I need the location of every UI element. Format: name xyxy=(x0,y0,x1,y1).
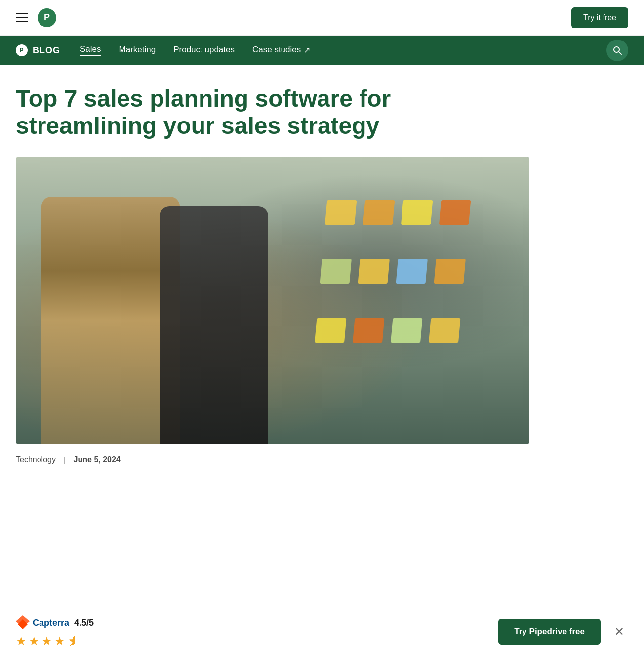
blog-logo-letter: P xyxy=(19,47,24,54)
blog-nav-links: Sales Marketing Product updates Case stu… xyxy=(80,44,587,56)
blog-brand-label: BLOG xyxy=(33,45,60,56)
external-link-icon: ↗ xyxy=(304,45,310,55)
star-1: ★ xyxy=(16,634,27,648)
close-icon: ✕ xyxy=(614,625,624,638)
article-title: Top 7 sales planning software for stream… xyxy=(16,85,460,139)
top-nav-left: P xyxy=(16,8,56,27)
nav-link-marketing[interactable]: Marketing xyxy=(119,45,156,56)
sticky-note xyxy=(429,318,460,343)
bottom-cta-bar: Capterra 4.5/5 ★ ★ ★ ★ ⯨ Try Pipedrive f… xyxy=(0,610,644,653)
capterra-rating: 4.5/5 xyxy=(74,618,94,628)
star-4: ★ xyxy=(54,634,65,648)
capterra-name: Capterra xyxy=(33,618,69,628)
sticky-note xyxy=(396,259,428,284)
case-studies-label: Case studies xyxy=(252,45,301,55)
article-category: Technology xyxy=(16,455,56,464)
star-5: ⯨ xyxy=(67,634,79,648)
sticky-note xyxy=(358,259,390,284)
capterra-section: Capterra 4.5/5 ★ ★ ★ ★ ⯨ xyxy=(16,615,94,648)
nav-link-product-updates[interactable]: Product updates xyxy=(173,45,235,56)
blog-logo-icon: P xyxy=(16,44,28,56)
capterra-top: Capterra 4.5/5 xyxy=(16,615,94,631)
hero-image xyxy=(16,157,529,444)
hamburger-menu-icon[interactable] xyxy=(16,13,28,22)
main-content: Top 7 sales planning software for stream… xyxy=(0,65,644,464)
sticky-note xyxy=(353,318,384,343)
sticky-note xyxy=(391,318,422,343)
star-3: ★ xyxy=(41,634,52,648)
nav-link-case-studies[interactable]: Case studies ↗ xyxy=(252,45,310,56)
star-2: ★ xyxy=(29,634,40,648)
sticky-note xyxy=(325,200,357,225)
sticky-note xyxy=(401,200,433,225)
cta-right: Try Pipedrive free ✕ xyxy=(498,619,628,645)
blog-brand: P BLOG xyxy=(16,44,60,56)
article-date: June 5, 2024 xyxy=(74,455,121,464)
try-it-free-button[interactable]: Try it free xyxy=(571,7,628,28)
sticky-note xyxy=(439,200,471,225)
sticky-note xyxy=(434,259,466,284)
close-cta-button[interactable]: ✕ xyxy=(610,621,628,643)
sticky-note xyxy=(320,259,352,284)
pipedrive-logo[interactable]: P xyxy=(38,8,56,27)
svg-line-1 xyxy=(619,52,622,55)
person-left-figure xyxy=(41,197,180,444)
meta-divider: | xyxy=(64,456,66,464)
search-button[interactable] xyxy=(606,40,628,61)
capterra-logo: Capterra xyxy=(16,615,69,631)
search-icon xyxy=(612,45,622,55)
capterra-chevron-icon xyxy=(16,615,30,631)
nav-link-sales[interactable]: Sales xyxy=(80,44,101,56)
top-nav: P Try it free xyxy=(0,0,644,36)
sticky-notes-area xyxy=(312,200,476,373)
person-right-figure xyxy=(160,206,268,444)
sticky-note xyxy=(315,318,346,343)
blog-nav: P BLOG Sales Marketing Product updates C… xyxy=(0,36,644,65)
sticky-note xyxy=(363,200,395,225)
try-pipedrive-button[interactable]: Try Pipedrive free xyxy=(498,619,601,645)
logo-letter: P xyxy=(44,12,50,23)
stars-row: ★ ★ ★ ★ ⯨ xyxy=(16,634,94,648)
article-meta: Technology | June 5, 2024 xyxy=(16,455,628,464)
